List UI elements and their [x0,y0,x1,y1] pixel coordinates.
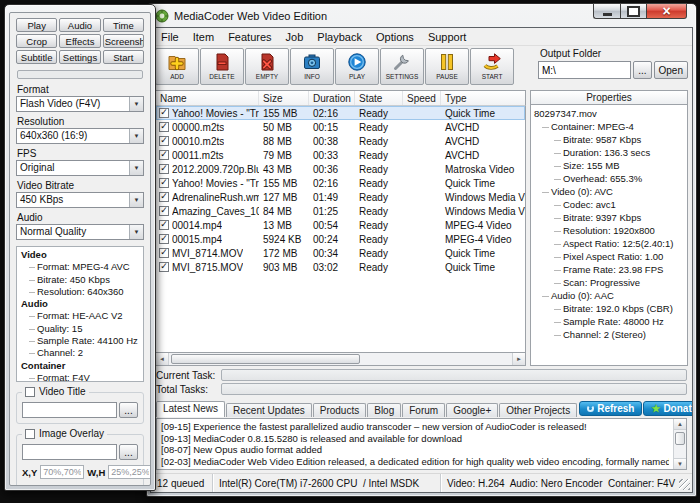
file-row[interactable]: MVI_8714.MOV 172 MB 00:34 Ready Quick Ti… [156,246,525,260]
vertical-scroll-thumb[interactable] [675,432,685,445]
output-folder-browse-button[interactable]: ... [633,61,651,79]
file-row[interactable]: AdrenalineRush.wmv 127 MB 01:49 Ready Wi… [156,190,525,204]
chevron-down-icon[interactable] [129,129,143,143]
file-checkbox[interactable] [159,178,169,188]
scroll-right-arrow-icon[interactable] [512,353,525,365]
tab-products[interactable]: Products [313,403,366,417]
maximize-button[interactable] [620,3,647,19]
file-checkbox[interactable] [159,150,169,160]
fps-select[interactable]: Original [16,160,144,176]
settings-button[interactable]: SETTINGS [380,48,424,85]
image-overlay-checkbox[interactable] [25,429,35,439]
pause-button[interactable]: PAUSE [425,48,469,85]
menu-job[interactable]: Job [279,29,311,45]
titlebar[interactable]: MediaCoder Web Video Edition [150,4,693,27]
vertical-scroll-track[interactable] [674,430,686,458]
menu-features[interactable]: Features [221,29,278,45]
file-checkbox[interactable] [159,220,169,230]
file-checkbox[interactable] [159,136,169,146]
minimize-button[interactable] [593,3,620,19]
menu-playback[interactable]: Playback [310,29,369,45]
tab-recent-updates[interactable]: Recent Updates [226,403,312,417]
scroll-left-arrow-icon[interactable] [156,353,169,365]
chevron-down-icon[interactable] [129,193,143,207]
add-button[interactable]: ADD [155,48,199,85]
overlay-wh-input[interactable] [108,465,151,479]
image-overlay-input[interactable] [22,444,117,460]
file-checkbox[interactable] [159,206,169,216]
file-checkbox[interactable] [159,192,169,202]
tab-google-plus[interactable]: Google+ [446,403,498,417]
column-header-duration[interactable]: Duration [309,91,355,105]
menu-file[interactable]: File [154,29,186,45]
scroll-down-arrow-icon[interactable] [674,458,686,469]
file-row[interactable]: MVI_8715.MOV 903 MB 03:02 Ready Quick Ti… [156,260,525,274]
file-checkbox[interactable] [159,262,169,272]
start-encode-button[interactable]: Start [103,50,144,64]
output-folder-input[interactable] [538,61,631,79]
video-bitrate-select[interactable]: 450 KBps [16,192,144,208]
video-title-checkbox[interactable] [25,387,35,397]
audio-quality-select[interactable]: Normal Quality [16,224,144,240]
column-header-type[interactable]: Type [441,91,525,105]
delete-button[interactable]: DELETE [200,48,244,85]
tab-blog[interactable]: Blog [367,403,401,417]
menu-support[interactable]: Support [421,29,474,45]
chevron-down-icon[interactable] [129,161,143,175]
horizontal-scrollbar[interactable] [155,353,526,366]
play-preview-button[interactable]: Play [16,18,57,32]
file-checkbox[interactable] [159,164,169,174]
overlay-xy-input[interactable] [40,465,84,479]
time-button[interactable]: Time [103,18,144,32]
news-scrollbar[interactable] [673,419,686,469]
column-header-state[interactable]: State [355,91,403,105]
tab-other-projects[interactable]: Other Projects [499,403,577,417]
file-row[interactable]: 00014.mp4 13 MB 00:54 Ready MPEG-4 Video [156,218,525,232]
video-title-browse-button[interactable]: ... [119,402,138,418]
column-header-name[interactable]: Name [156,91,259,105]
play-button[interactable]: PLAY [335,48,379,85]
menu-item[interactable]: Item [186,29,221,45]
file-row[interactable]: 00015.mp4 5924 KB 00:24 Ready MPEG-4 Vid… [156,232,525,246]
chevron-down-icon[interactable] [129,97,143,111]
format-select[interactable]: Flash Video (F4V) [16,96,144,112]
file-row[interactable]: 2012.2009.720p.BluRay.x264.DT... 43 MB 0… [156,162,525,176]
info-button[interactable]: INFO [290,48,334,85]
chevron-down-icon[interactable] [129,225,143,239]
scroll-up-arrow-icon[interactable] [674,419,686,430]
settings-panel-button[interactable]: Settings [59,50,100,64]
file-row[interactable]: Yahoo! Movies - "Transformers: R... 155 … [156,176,525,190]
empty-button[interactable]: EMPTY [245,48,289,85]
menu-options[interactable]: Options [369,29,421,45]
file-row[interactable]: 00010.m2ts 88 MB 00:38 Ready AVCHD [156,134,525,148]
column-header-size[interactable]: Size [259,91,309,105]
tab-forum[interactable]: Forum [402,403,445,417]
tab-latest-news[interactable]: Latest News [156,401,225,417]
file-checkbox[interactable] [159,122,169,132]
video-title-input[interactable] [22,402,117,418]
donate-button[interactable]: Donate [643,401,693,416]
file-row[interactable]: Amazing_Caves_1080.wmv 84 MB 01:25 Ready… [156,204,525,218]
screenshot-button[interactable]: Screenshot [103,34,144,48]
effects-button[interactable]: Effects [59,34,100,48]
file-row[interactable]: Yahoo! Movies - "Transformers: R... 155 … [156,106,525,120]
duration-input[interactable] [78,485,151,486]
image-overlay-browse-button[interactable]: ... [119,444,138,460]
audio-button[interactable]: Audio [59,18,100,32]
horizontal-scroll-thumb[interactable] [171,354,360,364]
horizontal-scroll-track[interactable] [169,353,512,365]
subtitle-button[interactable]: Subtitle [16,50,57,64]
start-button[interactable]: START [470,48,514,85]
column-header-speed[interactable]: Speed [403,91,441,105]
file-row[interactable]: 00011.m2ts 79 MB 00:33 Ready AVCHD [156,148,525,162]
resize-grip[interactable] [679,479,690,490]
crop-button[interactable]: Crop [16,34,57,48]
file-checkbox[interactable] [159,234,169,244]
resolution-select[interactable]: 640x360 (16:9) [16,128,144,144]
file-checkbox[interactable] [159,108,169,118]
refresh-button[interactable]: Refresh [579,401,642,416]
file-checkbox[interactable] [159,248,169,258]
file-row[interactable]: 00000.m2ts 50 MB 00:15 Ready AVCHD [156,120,525,134]
close-button[interactable] [647,3,687,19]
output-folder-open-button[interactable]: Open [654,61,688,79]
